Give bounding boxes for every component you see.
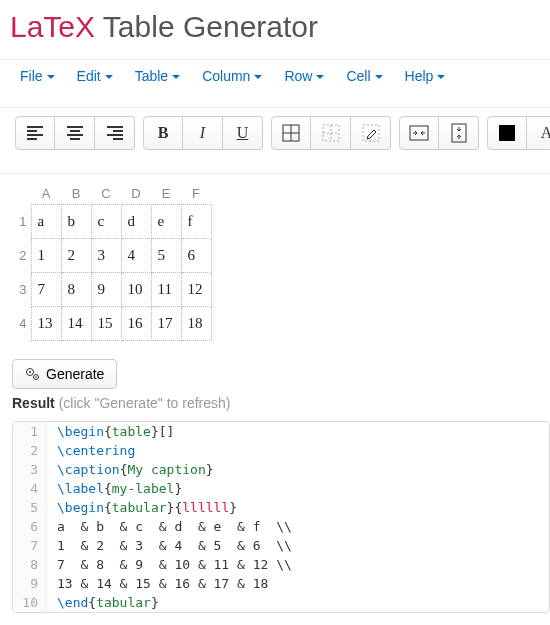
cell[interactable]: f (181, 204, 211, 238)
column-header[interactable]: F (181, 184, 211, 204)
line-number: 4 (13, 479, 47, 498)
code-text[interactable]: \caption{My caption} (47, 460, 224, 479)
align-center-icon (67, 126, 83, 140)
cell[interactable]: 15 (91, 306, 121, 340)
merge-horizontal-button[interactable] (399, 116, 439, 150)
border-none-button[interactable] (311, 116, 351, 150)
menu-row[interactable]: Row (284, 68, 324, 84)
corner-cell (15, 184, 31, 204)
border-all-icon (282, 124, 300, 142)
merge-horizontal-icon (409, 125, 429, 141)
cell[interactable]: 1 (31, 238, 61, 272)
row-header[interactable]: 4 (15, 306, 31, 340)
line-number: 10 (13, 593, 47, 612)
code-text[interactable]: \end{tabular} (47, 593, 169, 612)
format-group: B I U (143, 116, 263, 150)
cell[interactable]: 12 (181, 272, 211, 306)
cell[interactable]: e (151, 204, 181, 238)
caret-icon (316, 75, 324, 79)
cell[interactable]: 6 (181, 238, 211, 272)
column-header[interactable]: E (151, 184, 181, 204)
menu-table-label: Table (135, 68, 168, 84)
row-header[interactable]: 2 (15, 238, 31, 272)
svg-point-6 (29, 371, 31, 373)
cell[interactable]: 8 (61, 272, 91, 306)
menu-table[interactable]: Table (135, 68, 180, 84)
border-all-button[interactable] (271, 116, 311, 150)
cell[interactable]: 13 (31, 306, 61, 340)
menu-cell[interactable]: Cell (346, 68, 382, 84)
cell[interactable]: a (31, 204, 61, 238)
menu-column[interactable]: Column (202, 68, 262, 84)
gears-icon (25, 367, 40, 381)
underline-button[interactable]: U (223, 116, 263, 150)
code-text[interactable]: \begin{tabular}{llllll} (47, 498, 247, 517)
menu-row-label: Row (284, 68, 312, 84)
merge-vertical-button[interactable] (439, 116, 479, 150)
cell[interactable]: b (61, 204, 91, 238)
column-header[interactable]: A (31, 184, 61, 204)
clear-format-label: A (541, 124, 550, 142)
cell[interactable]: 2 (61, 238, 91, 272)
menu-edit-label: Edit (77, 68, 101, 84)
menu-edit[interactable]: Edit (77, 68, 113, 84)
code-text[interactable]: \label{my-label} (47, 479, 192, 498)
align-right-button[interactable] (95, 116, 135, 150)
clear-format-button[interactable]: A (527, 116, 550, 150)
align-right-icon (107, 126, 123, 140)
border-group (271, 116, 391, 150)
code-text[interactable]: 1 & 2 & 3 & 4 & 5 & 6 \\ (47, 536, 302, 555)
page-title: LaTeX Table Generator (10, 10, 550, 44)
svg-rect-4 (452, 124, 466, 142)
line-number: 1 (13, 422, 47, 441)
result-line: Result (click "Generate" to refresh) (12, 395, 550, 411)
spreadsheet: ABCDEF1abcdef212345637891011124131415161… (15, 184, 550, 341)
toolbar: B I U A (0, 108, 550, 158)
cell[interactable]: 7 (31, 272, 61, 306)
code-line: 6a & b & c & d & e & f \\ (13, 517, 549, 536)
cell[interactable]: 18 (181, 306, 211, 340)
generate-button[interactable]: Generate (12, 359, 117, 389)
border-none-icon (322, 124, 340, 142)
code-text[interactable]: 13 & 14 & 15 & 16 & 17 & 18 (47, 574, 278, 593)
border-edit-button[interactable] (351, 116, 391, 150)
caret-icon (375, 75, 383, 79)
column-header[interactable]: B (61, 184, 91, 204)
cell[interactable]: 9 (91, 272, 121, 306)
cell[interactable]: d (121, 204, 151, 238)
code-line: 2\centering (13, 441, 549, 460)
cell[interactable]: c (91, 204, 121, 238)
menu-help[interactable]: Help (405, 68, 446, 84)
cell[interactable]: 3 (91, 238, 121, 272)
caret-icon (105, 75, 113, 79)
row-header[interactable]: 1 (15, 204, 31, 238)
column-header[interactable]: D (121, 184, 151, 204)
align-center-button[interactable] (55, 116, 95, 150)
align-left-button[interactable] (15, 116, 55, 150)
cell[interactable]: 17 (151, 306, 181, 340)
bgcolor-button[interactable] (487, 116, 527, 150)
color-group: A (487, 116, 550, 150)
row-header[interactable]: 3 (15, 272, 31, 306)
caret-icon (437, 75, 445, 79)
column-header[interactable]: C (91, 184, 121, 204)
title-rest: Table Generator (95, 10, 318, 43)
bold-button[interactable]: B (143, 116, 183, 150)
code-text[interactable]: \begin{table}[] (47, 422, 184, 441)
cell[interactable]: 11 (151, 272, 181, 306)
code-text[interactable]: \centering (47, 441, 145, 460)
italic-button[interactable]: I (183, 116, 223, 150)
menu-file[interactable]: File (20, 68, 55, 84)
cell[interactable]: 4 (121, 238, 151, 272)
cell[interactable]: 10 (121, 272, 151, 306)
cell[interactable]: 16 (121, 306, 151, 340)
caret-icon (254, 75, 262, 79)
line-number: 2 (13, 441, 47, 460)
code-text[interactable]: 7 & 8 & 9 & 10 & 11 & 12 \\ (47, 555, 302, 574)
code-text[interactable]: a & b & c & d & e & f \\ (47, 517, 302, 536)
border-edit-icon (362, 124, 380, 142)
align-group (15, 116, 135, 150)
color-swatch-icon (499, 125, 515, 141)
cell[interactable]: 5 (151, 238, 181, 272)
cell[interactable]: 14 (61, 306, 91, 340)
